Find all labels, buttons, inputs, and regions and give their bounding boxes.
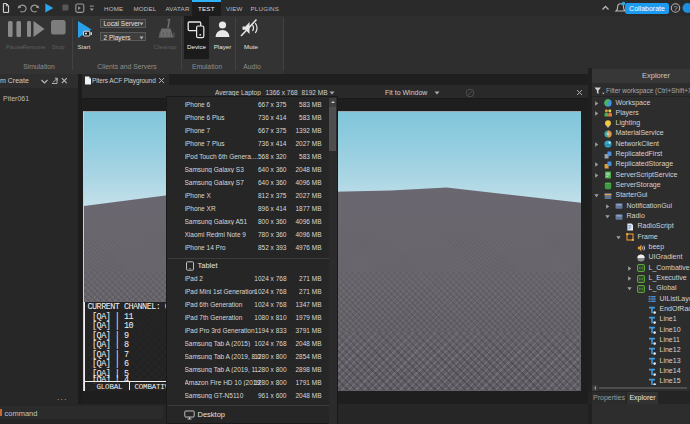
svg-text:?: ? <box>673 4 678 13</box>
